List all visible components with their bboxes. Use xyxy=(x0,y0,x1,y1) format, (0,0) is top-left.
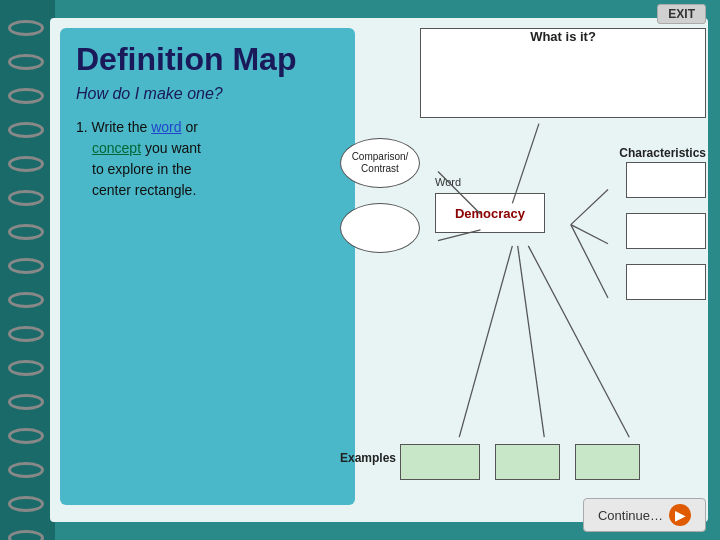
or-text: or xyxy=(182,119,198,135)
what-is-it-label: What is it? xyxy=(526,27,600,46)
what-is-it-box: What is it? xyxy=(420,28,706,118)
characteristics-label: Characteristics xyxy=(619,146,706,160)
word-box: Democracy xyxy=(435,193,545,233)
diagram-area: What is it? Comparison/Contrast Word Dem… xyxy=(340,28,706,485)
notebook-spine xyxy=(0,0,55,540)
concept-indent: concept you want xyxy=(92,138,201,159)
svg-line-3 xyxy=(571,190,608,225)
spiral-ring xyxy=(8,122,44,138)
svg-line-5 xyxy=(571,225,608,298)
characteristics-box-1 xyxy=(626,162,706,198)
spiral-ring xyxy=(8,428,44,444)
example-box-2 xyxy=(495,444,560,480)
spiral-ring xyxy=(8,224,44,240)
lower-oval xyxy=(340,203,420,253)
concept-highlight: concept xyxy=(92,140,141,156)
comparison-oval: Comparison/Contrast xyxy=(340,138,420,188)
continue-button[interactable]: Continue… ▶ xyxy=(583,498,706,532)
spiral-ring xyxy=(8,190,44,206)
democracy-value: Democracy xyxy=(455,206,525,221)
word-highlight: word xyxy=(151,119,181,135)
spiral-ring xyxy=(8,292,44,308)
continue-label: Continue… xyxy=(598,508,663,523)
instructions: 1. Write the word or concept you want to… xyxy=(76,117,339,201)
characteristics-box-3 xyxy=(626,264,706,300)
spiral-ring xyxy=(8,258,44,274)
svg-line-7 xyxy=(518,246,545,437)
spiral-ring xyxy=(8,88,44,104)
svg-line-0 xyxy=(512,124,539,204)
left-panel: Definition Map How do I make one? 1. Wri… xyxy=(60,28,355,505)
spiral-ring xyxy=(8,156,44,172)
spiral-ring xyxy=(8,496,44,512)
spiral-ring xyxy=(8,360,44,376)
spiral-ring xyxy=(8,326,44,342)
spiral-ring xyxy=(8,54,44,70)
example-box-3 xyxy=(575,444,640,480)
spiral-ring xyxy=(8,462,44,478)
svg-line-8 xyxy=(528,246,629,437)
spiral-ring xyxy=(8,20,44,36)
exit-button[interactable]: EXIT xyxy=(657,4,706,24)
svg-line-4 xyxy=(571,225,608,244)
characteristics-box-2 xyxy=(626,213,706,249)
example-box-1 xyxy=(400,444,480,480)
word-label: Word xyxy=(435,176,461,188)
spiral-ring xyxy=(8,530,44,540)
continue-arrow-icon: ▶ xyxy=(669,504,691,526)
subtitle: How do I make one? xyxy=(76,85,339,103)
page-title: Definition Map xyxy=(76,42,339,77)
examples-label: Examples xyxy=(340,451,396,465)
line4: center rectangle. xyxy=(92,180,196,201)
spiral-ring xyxy=(8,394,44,410)
comparison-label: Comparison/Contrast xyxy=(352,151,409,175)
svg-line-6 xyxy=(459,246,512,437)
spiral-rings xyxy=(8,20,46,540)
step-number: 1. Write the xyxy=(76,119,151,135)
line3: to explore in the xyxy=(92,159,192,180)
